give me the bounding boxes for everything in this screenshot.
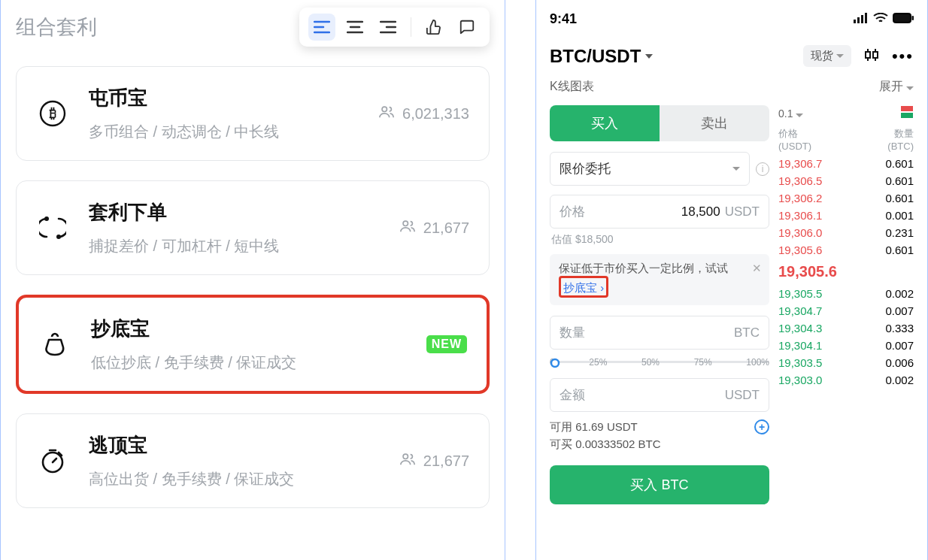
card-title: 屯币宝 [89,85,378,111]
card-count: 6,021,313 [402,105,469,123]
ask-row[interactable]: 19,306.00.231 [778,224,914,241]
quantity-input[interactable]: 数量 BTC [550,316,769,350]
card-subtitle: 高位出货 / 免手续费 / 保证成交 [89,469,399,489]
card-count: 21,677 [423,453,469,470]
users-icon [399,218,416,238]
users-icon [378,104,395,124]
chevron-down-icon [732,167,740,171]
strategy-card[interactable]: 逃顶宝 高位出货 / 免手续费 / 保证成交 21,677 [16,413,490,508]
ask-row[interactable]: 19,306.70.601 [778,155,914,172]
tab-buy[interactable]: 买入 [550,105,660,141]
available-label: 可用 61.69 USDT [550,420,638,434]
svg-point-4 [56,235,61,239]
card-title: 逃顶宝 [89,432,399,459]
ask-row[interactable]: 19,306.20.601 [778,189,914,207]
svg-point-5 [403,221,408,226]
comment-icon[interactable] [453,14,481,41]
pair-name: BTC/USDT [550,46,641,67]
signal-icon [854,11,869,27]
orderbook-price-header: 价格(USDT) [778,127,811,152]
order-type-select[interactable]: 限价委托 [550,152,750,186]
svg-rect-11 [865,13,867,23]
strategy-card-highlighted[interactable]: 抄底宝 低位抄底 / 免手续费 / 保证成交 NEW [16,295,490,394]
trade-screen: 9:41 BTC/USDT 现货 ••• K线图表 展开 买入 [535,0,928,560]
deposit-icon[interactable]: + [754,419,769,434]
svg-rect-19 [901,113,913,118]
svg-rect-15 [866,52,870,58]
svg-point-7 [403,454,408,459]
svg-rect-10 [861,15,863,23]
strategy-list-screen: 组合套利 ₿ 屯币宝 多币组合 / 动态调仓 / [0,0,505,560]
expand-button[interactable]: 展开 [879,79,914,95]
market-type-pill[interactable]: 现货 [803,45,851,67]
orderbook-layout-icon[interactable] [900,105,914,121]
svg-point-2 [382,107,387,111]
svg-rect-16 [873,52,878,58]
tab-sell[interactable]: 卖出 [660,105,769,141]
thumbs-up-icon[interactable] [420,14,447,41]
bitcoin-icon: ₿ [36,97,69,130]
estimate-label: 估值 $18,500 [551,233,769,247]
candle-icon[interactable] [863,47,880,66]
kline-label: K线图表 [550,79,594,95]
wifi-icon [873,11,888,27]
promo-banner: ✕ 保证低于市价买入一定比例，试试 抄底宝 › [550,254,769,305]
quantity-slider[interactable]: 0 25% 50% 75% 100% [550,357,769,368]
status-time: 9:41 [550,11,577,27]
svg-rect-18 [901,106,913,111]
card-title: 抄底宝 [91,316,426,342]
close-icon[interactable]: ✕ [752,262,762,275]
buy-submit-button[interactable]: 买入 BTC [550,465,769,504]
svg-point-3 [44,216,49,221]
chevron-down-icon [796,114,803,117]
ask-row[interactable]: 19,306.50.601 [778,172,914,189]
card-subtitle: 多币组合 / 动态调仓 / 中长线 [89,122,378,142]
last-price: 19,305.6 [778,263,914,280]
align-left-icon[interactable] [308,14,335,41]
ask-row[interactable]: 19,305.60.601 [778,241,914,259]
align-right-icon[interactable] [375,14,402,41]
info-icon[interactable]: i [756,162,769,176]
status-bar: 9:41 [550,0,914,38]
bid-row[interactable]: 19,305.50.002 [778,285,914,302]
can-buy-label: 可买 0.00333502 BTC [550,437,661,452]
page-title: 组合套利 [16,14,97,41]
svg-rect-13 [894,14,910,22]
bid-row[interactable]: 19,304.10.007 [778,337,914,354]
slider-handle[interactable] [550,358,560,368]
bag-icon [38,328,71,361]
ask-row[interactable]: 19,306.10.001 [778,207,914,224]
price-input[interactable]: 价格 18,500USDT [550,195,769,229]
svg-text:₿: ₿ [49,106,56,121]
chevron-down-icon [906,86,914,90]
toolbar-popover [299,8,490,47]
card-title: 套利下单 [89,199,399,226]
swap-icon [36,211,69,244]
pair-selector[interactable]: BTC/USDT [550,46,653,67]
card-subtitle: 捕捉差价 / 可加杠杆 / 短中线 [89,236,399,256]
users-icon [399,451,416,471]
bid-row[interactable]: 19,303.50.006 [778,354,914,371]
promo-text: 保证低于市价买入一定比例，试试 [559,262,760,276]
promo-link[interactable]: 抄底宝 › [563,281,604,295]
svg-rect-8 [854,20,856,23]
price-step-selector[interactable]: 0.1 [778,107,803,120]
bid-row[interactable]: 19,303.00.002 [778,371,914,389]
strategy-card[interactable]: ₿ 屯币宝 多币组合 / 动态调仓 / 中长线 6,021,313 [16,66,490,161]
amount-input[interactable]: 金额 USDT [550,378,769,412]
svg-rect-9 [857,17,860,23]
order-panel: 买入 卖出 限价委托 i 价格 18,500USDT 估值 $18,500 ✕ … [550,105,769,504]
card-subtitle: 低位抄底 / 免手续费 / 保证成交 [91,353,426,373]
chevron-down-icon [836,54,844,58]
orderbook: 0.1 价格(USDT) 数量(BTC) 19,306.70.60119,306… [778,105,914,504]
strategy-card[interactable]: 套利下单 捕捉差价 / 可加杠杆 / 短中线 21,677 [16,180,490,275]
chevron-down-icon [645,54,653,59]
card-count: 21,677 [423,219,469,237]
more-icon[interactable]: ••• [892,47,914,66]
align-center-icon[interactable] [341,14,368,41]
battery-icon [893,11,914,27]
new-badge: NEW [426,335,467,353]
bid-row[interactable]: 19,304.30.333 [778,319,914,337]
buy-sell-tabs: 买入 卖出 [550,105,769,141]
bid-row[interactable]: 19,304.70.007 [778,302,914,319]
